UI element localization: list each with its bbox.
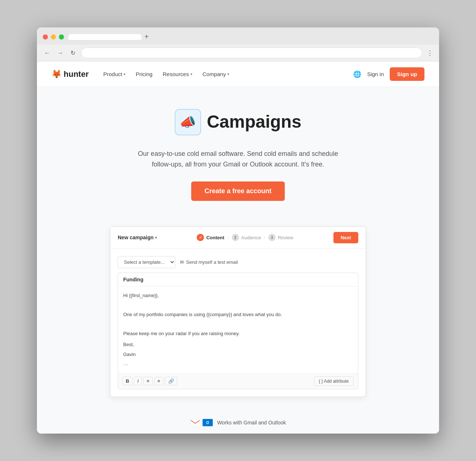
- nav-pricing[interactable]: Pricing: [136, 71, 152, 77]
- gmail-logo-icon: [190, 419, 200, 426]
- page-footer: O Works with Gmail and Outlook: [37, 412, 439, 434]
- globe-icon[interactable]: 🌐: [353, 70, 361, 78]
- email-body[interactable]: Hi {{first_name}}, One of my portfolio c…: [118, 286, 358, 373]
- hero-section: 📣 Campaigns Our easy-to-use cold email s…: [37, 87, 439, 215]
- address-bar[interactable]: [81, 48, 422, 58]
- campaign-window: New campaign ▾ ✓ Content › 2 Audience: [110, 226, 366, 397]
- email-editor: Funding Hi {{first_name}}, One of my por…: [118, 273, 358, 389]
- step-audience-label: Audience: [241, 235, 261, 240]
- campaign-body: Select a template... ✉ Send myself a tes…: [110, 249, 366, 397]
- traffic-lights: [43, 34, 64, 40]
- logo-icon: 🦊: [52, 70, 61, 79]
- email-line-5: Please keep me on your radar if you are …: [123, 330, 353, 338]
- ordered-list-button[interactable]: ≡: [154, 377, 164, 385]
- send-test-email-label: Send myself a test email: [186, 259, 238, 265]
- svg-text:O: O: [206, 421, 209, 425]
- step-content-label: Content: [206, 235, 224, 240]
- step-audience: 2 Audience: [232, 234, 261, 241]
- minimize-button-icon[interactable]: [51, 34, 56, 40]
- outlook-logo-icon: O: [203, 419, 213, 426]
- nav-resources-label: Resources: [163, 71, 189, 77]
- product-chevron-icon: ▾: [124, 72, 125, 76]
- next-button[interactable]: Next: [333, 232, 358, 243]
- site-nav: 🦊 hunter Product ▾ Pricing Resources ▾ C…: [37, 61, 439, 87]
- hero-title: Campaigns: [207, 112, 302, 132]
- browser-menu-button[interactable]: ⋮: [427, 49, 433, 57]
- send-test-email-button[interactable]: ✉ Send myself a test email: [180, 259, 238, 265]
- nav-product[interactable]: Product ▾: [103, 71, 125, 77]
- close-button-icon[interactable]: [43, 34, 48, 40]
- browser-toolbar: ← → ↻ ⋮: [37, 45, 439, 61]
- megaphone-icon: 📣: [180, 115, 196, 130]
- footer-text: Works with Gmail and Outlook: [217, 420, 286, 426]
- company-chevron-icon: ▾: [227, 72, 229, 76]
- italic-button[interactable]: I: [134, 377, 142, 385]
- step-arrow-1: ›: [227, 235, 229, 240]
- nav-company-label: Company: [203, 71, 226, 77]
- new-campaign-label[interactable]: New campaign ▾: [118, 235, 157, 240]
- step-content: ✓ Content: [197, 234, 224, 241]
- editor-toolbar: B I ≡ ≡ 🔗 { } Add attribute: [118, 373, 358, 389]
- email-line-3: One of my portfolio companies is using {…: [123, 311, 353, 319]
- step-review-label: Review: [278, 235, 294, 240]
- email-line-4: [123, 320, 353, 328]
- logo-text: hunter: [64, 70, 88, 79]
- nav-product-label: Product: [103, 71, 122, 77]
- footer-logos: O: [190, 419, 213, 426]
- email-best: Best,: [123, 341, 353, 349]
- browser-window: + ← → ↻ ⋮ 🦊 hunter Product ▾ Pricing: [37, 27, 439, 433]
- maximize-button-icon[interactable]: [59, 34, 64, 40]
- forward-button[interactable]: →: [56, 48, 65, 58]
- email-line-2: [123, 301, 353, 309]
- step-review: 3 Review: [268, 234, 294, 241]
- resources-chevron-icon: ▾: [190, 72, 192, 76]
- create-free-account-button[interactable]: Create a free account: [191, 181, 284, 201]
- signup-button[interactable]: Sign up: [390, 67, 424, 81]
- browser-titlebar: +: [37, 27, 439, 45]
- hero-title-wrapper: 📣 Campaigns: [52, 109, 424, 141]
- email-dots: ···: [123, 361, 353, 368]
- nav-pricing-label: Pricing: [136, 71, 152, 77]
- signin-link[interactable]: Sign in: [367, 71, 384, 77]
- template-row: Select a template... ✉ Send myself a tes…: [118, 256, 358, 268]
- bold-button[interactable]: B: [122, 377, 132, 385]
- new-campaign-text: New campaign: [118, 235, 154, 240]
- back-button[interactable]: ←: [43, 48, 52, 58]
- nav-links: Product ▾ Pricing Resources ▾ Company ▾: [103, 71, 353, 77]
- page-content: 🦊 hunter Product ▾ Pricing Resources ▾ C…: [37, 61, 439, 433]
- new-tab-button[interactable]: +: [144, 33, 149, 41]
- hero-description: Our easy-to-use cold email software. Sen…: [136, 149, 340, 170]
- nav-company[interactable]: Company ▾: [203, 71, 229, 77]
- unordered-list-button[interactable]: ≡: [143, 377, 153, 385]
- campaign-steps: ✓ Content › 2 Audience › 3 Review: [157, 234, 333, 241]
- link-button[interactable]: 🔗: [165, 377, 177, 385]
- template-select[interactable]: Select a template...: [118, 256, 175, 268]
- email-line-1: Hi {{first_name}},: [123, 292, 353, 300]
- svg-rect-0: [190, 419, 200, 426]
- campaigns-icon-container: 📣: [175, 109, 201, 135]
- step-content-icon: ✓: [197, 234, 204, 241]
- nav-resources[interactable]: Resources ▾: [163, 71, 192, 77]
- step-arrow-2: ›: [264, 235, 265, 240]
- refresh-button[interactable]: ↻: [69, 48, 77, 58]
- campaign-header: New campaign ▾ ✓ Content › 2 Audience: [110, 227, 366, 249]
- browser-tab[interactable]: [68, 34, 141, 40]
- step-audience-icon: 2: [232, 234, 239, 241]
- add-attribute-button[interactable]: { } Add attribute: [314, 376, 354, 386]
- email-name: Gavin: [123, 351, 353, 359]
- email-signature: Best, Gavin: [123, 341, 353, 358]
- email-subject[interactable]: Funding: [118, 273, 358, 286]
- campaign-preview-section: New campaign ▾ ✓ Content › 2 Audience: [37, 215, 439, 412]
- envelope-icon: ✉: [180, 259, 184, 265]
- logo[interactable]: 🦊 hunter: [52, 70, 88, 79]
- nav-right: 🌐 Sign in Sign up: [353, 67, 424, 81]
- step-review-icon: 3: [268, 234, 276, 241]
